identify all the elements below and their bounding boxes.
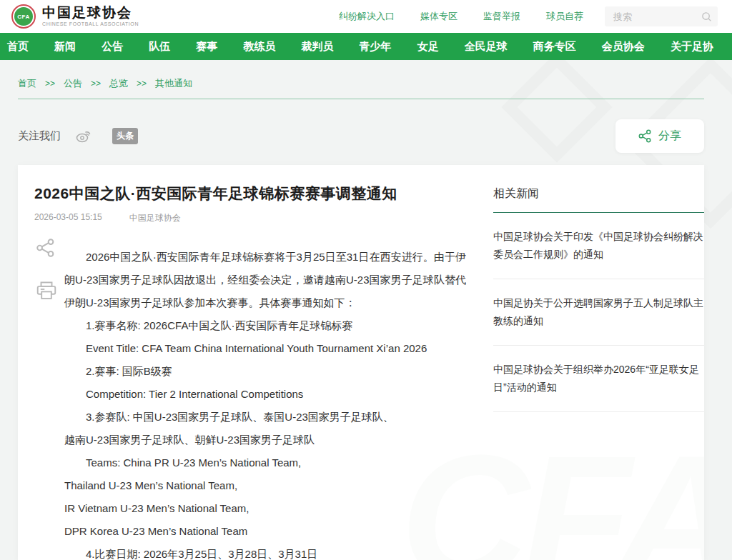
link-media-zone[interactable]: 媒体专区: [420, 10, 458, 23]
breadcrumb-overview[interactable]: 总览: [109, 77, 128, 90]
link-player-recommendation[interactable]: 球员自荐: [546, 10, 583, 23]
related-news-title: 相关新闻: [493, 186, 704, 213]
top-header-bar: CFA 中国足球协会 CHINESE FOOTBALL ASSOCIATION …: [0, 0, 732, 33]
article-paragraph: DPR Korea U-23 Men’s National Team: [64, 520, 466, 543]
top-utility-links: 纠纷解决入口 媒体专区 监督举报 球员自荐: [339, 10, 583, 23]
brand-name-en: CHINESE FOOTBALL ASSOCIATION: [42, 21, 139, 26]
cfa-logo[interactable]: CFA: [11, 4, 36, 29]
breadcrumb-separator: >>: [91, 79, 101, 89]
related-news-item[interactable]: 中国足协关于公开选聘国家男子五人制足球队主教练的通知: [493, 279, 704, 346]
nav-item-womens-football[interactable]: 女足: [417, 40, 439, 54]
article-paragraph: Teams: China PR U-23 Men’s National Team…: [64, 451, 466, 474]
nav-item-grassroots-football[interactable]: 全民足球: [465, 40, 508, 54]
nav-item-teams[interactable]: 队伍: [149, 40, 170, 54]
article-source: 中国足球协会: [129, 212, 181, 224]
link-dispute-resolution[interactable]: 纠纷解决入口: [339, 10, 395, 23]
article-paragraph: 3.参赛队: 中国U-23国家男子足球队、泰国U-23国家男子足球队、: [64, 406, 466, 429]
nav-item-referees[interactable]: 裁判员: [301, 40, 333, 54]
article-paragraph: 2.赛事: 国际B级赛: [64, 360, 466, 383]
search-input[interactable]: [612, 11, 701, 23]
breadcrumb-other-notices[interactable]: 其他通知: [155, 77, 192, 90]
follow-us-label: 关注我们: [18, 129, 61, 143]
breadcrumb-announcements[interactable]: 公告: [64, 77, 82, 90]
article-paragraph: 2026中国之队·西安国际青年足球锦标赛将于3月25日至31日在西安进行。由于伊…: [64, 246, 466, 314]
article-title: 2026中国之队·西安国际青年足球锦标赛赛事调整通知: [34, 184, 466, 204]
search-box[interactable]: [605, 6, 718, 26]
related-news-sidebar: 相关新闻 中国足球协会关于印发《中国足球协会纠纷解决委员会工作规则》的通知 中国…: [493, 165, 704, 560]
cfa-logo-inner: CFA: [14, 7, 33, 26]
cfa-logo-text: CFA: [17, 14, 30, 20]
link-supervision-report[interactable]: 监督举报: [483, 10, 520, 23]
breadcrumb-separator: >>: [137, 79, 147, 89]
article-action-rail: [36, 238, 57, 301]
follow-share-row: 关注我们 头条 分享: [18, 118, 704, 154]
article-paragraph: Event Title: CFA Team China Internationa…: [64, 337, 466, 360]
article-paragraph: IR Vietnam U-23 Men’s National Team,: [64, 497, 466, 520]
nav-item-coaches[interactable]: 教练员: [243, 40, 275, 54]
share-label: 分享: [658, 129, 681, 144]
search-icon[interactable]: [701, 11, 712, 22]
article-paragraph: 1.赛事名称: 2026CFA中国之队·西安国际青年足球锦标赛: [64, 314, 466, 337]
brand-block[interactable]: 中国足球协会 CHINESE FOOTBALL ASSOCIATION: [42, 6, 139, 26]
breadcrumb-home[interactable]: 首页: [18, 77, 36, 90]
brand-name-cn: 中国足球协会: [42, 6, 139, 20]
article-body: 2026中国之队·西安国际青年足球锦标赛将于3月25日至31日在西安进行。由于伊…: [64, 246, 466, 560]
nav-item-news[interactable]: 新闻: [54, 40, 76, 54]
article-card: 2026中国之队·西安国际青年足球锦标赛赛事调整通知 2026-03-05 15…: [18, 165, 704, 560]
related-news-item[interactable]: 中国足球协会关于组织举办2026年“亚足联女足日”活动的通知: [493, 346, 704, 412]
article-paragraph: Competition: Tier 2 International Compet…: [64, 383, 466, 406]
nav-item-member-associations[interactable]: 会员协会: [602, 40, 645, 54]
related-news-item[interactable]: 中国足球协会关于印发《中国足球协会纠纷解决委员会工作规则》的通知: [493, 213, 704, 279]
nav-item-business-zone[interactable]: 商务专区: [533, 40, 576, 54]
article-paragraph: 4.比赛日期: 2026年3月25日、3月28日、3月31日: [64, 543, 466, 560]
breadcrumb-separator: >>: [45, 79, 55, 89]
share-button[interactable]: 分享: [615, 119, 704, 153]
breadcrumb: 首页 >> 公告 >> 总览 >> 其他通知: [18, 77, 704, 99]
share-icon: [638, 129, 652, 143]
article-meta: 2026-03-05 15:15 中国足球协会: [34, 212, 466, 224]
article-paragraph: 越南U-23国家男子足球队、朝鲜U-23国家男子足球队: [64, 429, 466, 451]
nav-item-announcements[interactable]: 公告: [102, 40, 123, 54]
article-paragraph: Thailand U-23 Men’s National Team,: [64, 474, 466, 497]
main-navigation: 首页 新闻 公告 队伍 赛事 教练员 裁判员 青少年 女足 全民足球 商务专区 …: [0, 33, 732, 60]
toutiao-badge[interactable]: 头条: [112, 128, 138, 144]
nav-item-about-cfa[interactable]: 关于足协: [671, 40, 713, 54]
article-share-icon[interactable]: [36, 238, 56, 258]
weibo-icon[interactable]: [75, 128, 92, 144]
nav-item-youth[interactable]: 青少年: [360, 40, 392, 54]
print-icon[interactable]: [36, 281, 57, 301]
article-date: 2026-03-05 15:15: [34, 212, 102, 224]
nav-item-competitions[interactable]: 赛事: [196, 40, 217, 54]
nav-item-home[interactable]: 首页: [7, 40, 29, 54]
article-main: 2026中国之队·西安国际青年足球锦标赛赛事调整通知 2026-03-05 15…: [18, 165, 493, 560]
